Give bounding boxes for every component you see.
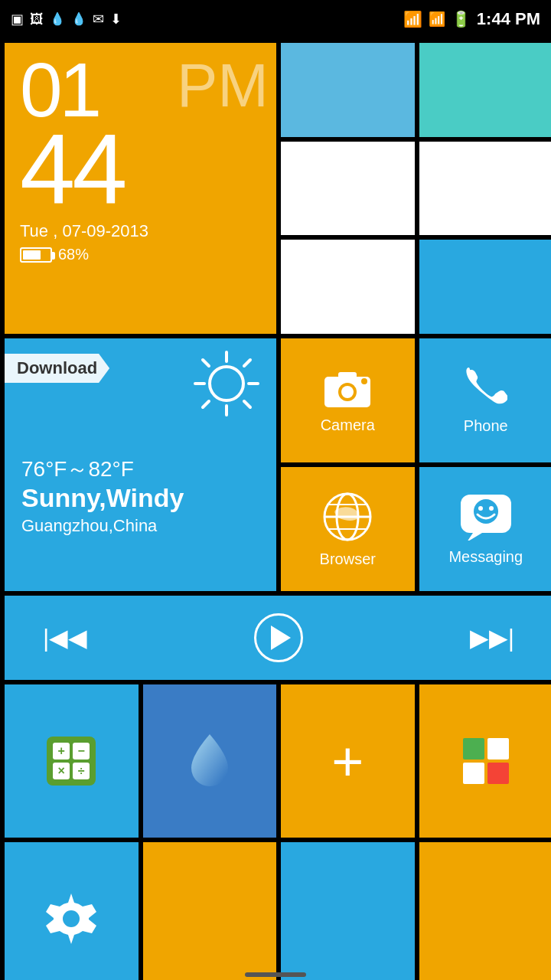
weather-tile[interactable]: Download 76°F～82°F Sunny,Windy Guangzhou… bbox=[5, 338, 276, 591]
download-icon: ⬇ bbox=[110, 12, 122, 26]
status-icons-right: 📶 📶 🔋 1:44 PM bbox=[403, 9, 540, 29]
battery-icon bbox=[20, 247, 52, 263]
add-tile[interactable]: + bbox=[281, 684, 415, 838]
clock-period: PM bbox=[177, 55, 269, 116]
clock-battery: 68% bbox=[20, 246, 261, 263]
wifi-icon: 📶 bbox=[403, 10, 422, 28]
phone-tile[interactable]: Phone bbox=[419, 338, 552, 462]
prev-button[interactable]: |◀◀ bbox=[43, 623, 87, 652]
phone-label: Phone bbox=[464, 417, 508, 435]
water-drop-icon bbox=[187, 733, 233, 789]
status-icons-left: ▣ 🖼 💧 💧 ✉ ⬇ bbox=[11, 12, 122, 26]
battery-percent: 68% bbox=[58, 246, 89, 263]
clock-tile[interactable]: PM 01 44 Tue , 07-09-2013 68% bbox=[5, 43, 276, 334]
bottom-row-2 bbox=[5, 842, 551, 980]
svg-point-13 bbox=[361, 378, 367, 384]
music-player-tile[interactable]: |◀◀ ▶▶| bbox=[5, 596, 551, 680]
calc-times: × bbox=[53, 763, 70, 779]
svg-line-7 bbox=[244, 360, 250, 366]
svg-point-21 bbox=[474, 499, 498, 524]
deco-tile-6[interactable] bbox=[419, 240, 552, 334]
app-tiles-grid: Camera Phone Browser bbox=[281, 338, 551, 591]
messaging-label: Messaging bbox=[448, 548, 523, 566]
settings-tile[interactable] bbox=[5, 842, 139, 980]
mail-icon: ✉ bbox=[93, 12, 104, 26]
svg-line-5 bbox=[203, 360, 209, 366]
deco-tile-2[interactable] bbox=[419, 43, 552, 137]
home-bar[interactable] bbox=[245, 972, 306, 977]
calculator-icon: + − × ÷ bbox=[47, 737, 96, 786]
svg-point-11 bbox=[341, 386, 354, 398]
messaging-icon bbox=[459, 493, 513, 541]
phone-icon bbox=[465, 367, 507, 410]
water-tile[interactable] bbox=[143, 684, 277, 838]
battery-charging-icon: 🔋 bbox=[452, 10, 471, 28]
mosaic-tile[interactable] bbox=[419, 684, 552, 838]
camera-icon bbox=[323, 368, 372, 409]
bottom-blue-tile[interactable] bbox=[281, 842, 415, 980]
deco-tile-4[interactable] bbox=[419, 142, 552, 236]
svg-rect-12 bbox=[338, 372, 357, 378]
browser-label: Browser bbox=[320, 550, 376, 568]
sim-icon: ▣ bbox=[11, 12, 24, 26]
svg-point-25 bbox=[63, 910, 80, 927]
clock-date: Tue , 07-09-2013 bbox=[20, 221, 261, 241]
globe-icon bbox=[321, 491, 373, 543]
next-button[interactable]: ▶▶| bbox=[470, 623, 514, 652]
play-button[interactable] bbox=[254, 613, 303, 662]
mosaic-icon bbox=[463, 738, 509, 784]
browser-tile[interactable]: Browser bbox=[281, 467, 415, 591]
download-badge: Download bbox=[5, 354, 109, 383]
weather-temp: 76°F～82°F bbox=[21, 455, 259, 484]
status-time: 1:44 PM bbox=[477, 9, 540, 29]
clock-minute: 44 bbox=[20, 124, 261, 214]
drop2-icon: 💧 bbox=[71, 13, 86, 25]
weather-location: Guangzhou,China bbox=[21, 516, 259, 536]
bottom-yellow-tile-2[interactable] bbox=[419, 842, 552, 980]
svg-point-23 bbox=[489, 506, 494, 511]
status-bar: ▣ 🖼 💧 💧 ✉ ⬇ 📶 📶 🔋 1:44 PM bbox=[0, 0, 551, 38]
sun-icon bbox=[192, 349, 261, 418]
bottom-yellow-tile-1[interactable] bbox=[143, 842, 277, 980]
camera-tile[interactable]: Camera bbox=[281, 338, 415, 462]
deco-tile-3[interactable] bbox=[281, 142, 415, 236]
main-grid: PM 01 44 Tue , 07-09-2013 68% Download bbox=[0, 38, 551, 980]
calculator-tile[interactable]: + − × ÷ bbox=[5, 684, 139, 838]
svg-line-6 bbox=[244, 401, 250, 407]
calc-minus: − bbox=[73, 743, 90, 760]
signal-icon: 📶 bbox=[429, 11, 445, 28]
calc-div: ÷ bbox=[73, 763, 90, 779]
drop1-icon: 💧 bbox=[50, 13, 65, 25]
decorative-tiles-grid bbox=[281, 43, 551, 334]
svg-marker-20 bbox=[467, 533, 482, 541]
deco-tile-1[interactable] bbox=[281, 43, 415, 137]
add-icon: + bbox=[331, 733, 364, 789]
play-triangle-icon bbox=[271, 626, 291, 650]
weather-condition: Sunny,Windy bbox=[21, 484, 259, 512]
svg-point-22 bbox=[478, 506, 483, 511]
camera-label: Camera bbox=[321, 416, 375, 434]
calc-plus: + bbox=[53, 743, 70, 760]
svg-point-0 bbox=[210, 367, 243, 400]
image-icon: 🖼 bbox=[30, 12, 44, 26]
messaging-tile[interactable]: Messaging bbox=[419, 467, 552, 591]
settings-gear-icon bbox=[44, 892, 98, 946]
deco-tile-5[interactable] bbox=[281, 240, 415, 334]
svg-line-8 bbox=[203, 401, 209, 407]
bottom-row-1: + − × ÷ + bbox=[5, 684, 551, 838]
